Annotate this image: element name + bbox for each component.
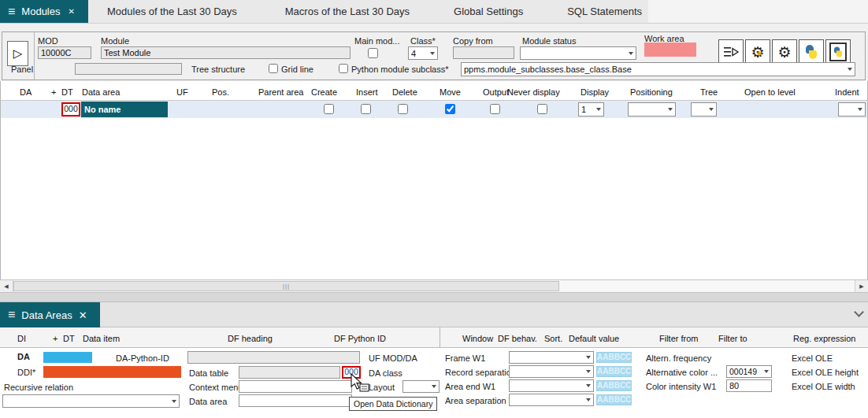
- class-label: Class*: [410, 36, 436, 46]
- settings-button[interactable]: ⚙: [772, 39, 797, 65]
- python-icon: [804, 45, 818, 59]
- col-uf: UF: [176, 87, 188, 97]
- insert-checkbox[interactable]: [361, 104, 371, 114]
- copy-from-input[interactable]: [453, 46, 514, 59]
- panel-label: Panel: [11, 65, 33, 74]
- create-checkbox[interactable]: [324, 104, 334, 114]
- chevron-down-icon: [430, 52, 435, 55]
- indent-select[interactable]: [838, 102, 866, 117]
- python-subclass-checkbox[interactable]: [339, 64, 348, 73]
- add-row-button[interactable]: +: [53, 334, 57, 343]
- col-default-value: Default value: [569, 334, 619, 343]
- hamburger-menu-icon[interactable]: ≡: [8, 309, 15, 321]
- output-checkbox[interactable]: [490, 104, 500, 114]
- frame-w1-select[interactable]: [509, 351, 594, 364]
- chevron-down-icon: [586, 356, 591, 359]
- col-positioning: Positioning: [630, 87, 673, 97]
- col-indent: Indent: [835, 87, 859, 97]
- col-pos: Pos.: [212, 87, 229, 97]
- toolbar-divider: [34, 32, 35, 80]
- tab-modules-last-30-days[interactable]: Modules of the Last 30 Days: [101, 0, 243, 23]
- positioning-select[interactable]: [628, 102, 676, 117]
- module-status-select[interactable]: [520, 46, 636, 60]
- alternative-color-value: 000149: [729, 367, 757, 376]
- module-label: Module: [101, 36, 129, 46]
- chevron-down-icon: [432, 385, 436, 388]
- never-display-checkbox[interactable]: [537, 104, 547, 114]
- ddi-color-field[interactable]: [43, 366, 181, 378]
- add-row-button[interactable]: +: [51, 87, 56, 97]
- hamburger-menu-icon[interactable]: ≡: [8, 6, 15, 18]
- scrollbar-thumb[interactable]: |||: [13, 281, 559, 291]
- gear-star-icon: ⚙✱: [751, 45, 764, 60]
- col-insert: Insert: [356, 87, 378, 97]
- record-separation-color-field[interactable]: AABBCC: [596, 366, 632, 377]
- tab-sql-statements[interactable]: SQL Statements: [561, 0, 648, 23]
- chevron-down-icon: [709, 108, 714, 111]
- data-area-name-cell[interactable]: No name: [81, 102, 168, 117]
- da-python-id-input[interactable]: [187, 351, 360, 364]
- frame-color-field[interactable]: AABBCC: [596, 352, 632, 363]
- scroll-left-button[interactable]: ◀: [0, 280, 13, 292]
- python-subclass-value: ppms.module_subclasses.base_class.Base: [464, 65, 632, 74]
- grid-line-checkbox[interactable]: [269, 64, 278, 73]
- horizontal-scrollbar[interactable]: ◀ ||| ▶: [0, 279, 868, 293]
- customizing-settings-button[interactable]: ⚙✱: [745, 39, 770, 65]
- list-play-icon: [722, 45, 740, 59]
- data-table-input[interactable]: [239, 366, 340, 379]
- data-area-input[interactable]: [239, 394, 352, 407]
- da-label: DA: [17, 352, 30, 361]
- move-checkbox[interactable]: [445, 104, 455, 114]
- class-select[interactable]: 4: [408, 46, 438, 60]
- python-editor-button[interactable]: [825, 39, 851, 65]
- tab-modules-label: Modules: [21, 6, 60, 17]
- area-separation-w1-select[interactable]: [509, 394, 594, 406]
- tab-data-areas[interactable]: ≡ Data Areas ✕: [0, 302, 100, 327]
- scroll-right-button[interactable]: ▶: [855, 280, 868, 292]
- module-name-input[interactable]: [101, 46, 351, 59]
- python-button[interactable]: [799, 39, 824, 65]
- col-data-item: Data item: [83, 334, 120, 343]
- recursive-relation-select[interactable]: [2, 394, 180, 408]
- area-end-color-field[interactable]: AABBCC: [596, 380, 632, 391]
- excel-ole-height-label: Excel OLE height: [792, 368, 859, 377]
- col-df-behav: DF behav.: [498, 334, 537, 343]
- record-separation-w1-select[interactable]: [509, 365, 594, 378]
- col-da: DA: [20, 87, 32, 97]
- color-intensity-input[interactable]: [726, 379, 772, 392]
- tab-modules[interactable]: ≡ Modules ✕: [0, 0, 88, 23]
- area-separation-color-field[interactable]: AABBCC: [596, 394, 632, 405]
- tree-select[interactable]: [691, 102, 717, 117]
- dt-cell[interactable]: 000: [61, 102, 80, 117]
- area-end-w1-select[interactable]: [509, 379, 594, 392]
- tab-macros-last-30-days[interactable]: Macros of the Last 30 Days: [279, 0, 416, 23]
- panel-input[interactable]: [75, 63, 182, 75]
- collapse-panel-chevron-icon[interactable]: [854, 307, 864, 317]
- delete-checkbox[interactable]: [398, 104, 408, 114]
- tab-global-settings[interactable]: Global Settings: [447, 0, 529, 23]
- close-tab-icon[interactable]: ✕: [79, 309, 87, 321]
- main-mod-checkbox[interactable]: [368, 48, 378, 58]
- layout-select[interactable]: [402, 380, 440, 393]
- mod-label: MOD: [38, 36, 58, 46]
- da-color-field[interactable]: [43, 352, 92, 363]
- display-value: 1: [581, 105, 586, 114]
- col-window: Window: [462, 334, 493, 343]
- tooltip: Open Data Dictionary: [349, 397, 437, 411]
- da-class-label: DA class: [369, 368, 402, 378]
- display-select[interactable]: 1: [578, 102, 604, 117]
- ddi-code-field[interactable]: 000: [342, 366, 361, 379]
- panel-separator: [0, 293, 868, 301]
- module-list-button[interactable]: [718, 39, 744, 65]
- run-module-button[interactable]: ▷: [7, 41, 28, 66]
- context-menu-input[interactable]: [239, 380, 352, 393]
- mod-input[interactable]: [38, 46, 91, 59]
- python-subclass-select[interactable]: ppms.module_subclasses.base_class.Base: [461, 62, 855, 76]
- python-page-icon: [829, 43, 847, 61]
- close-tab-icon[interactable]: ✕: [68, 7, 74, 16]
- alternative-color-select[interactable]: 000149: [726, 365, 772, 378]
- work-area-field[interactable]: [644, 43, 696, 57]
- col-dt: DT: [63, 334, 75, 343]
- grid-line-label: Grid line: [281, 65, 313, 74]
- data-areas-header: DI + DT Data item DF heading DF Python I…: [0, 327, 868, 348]
